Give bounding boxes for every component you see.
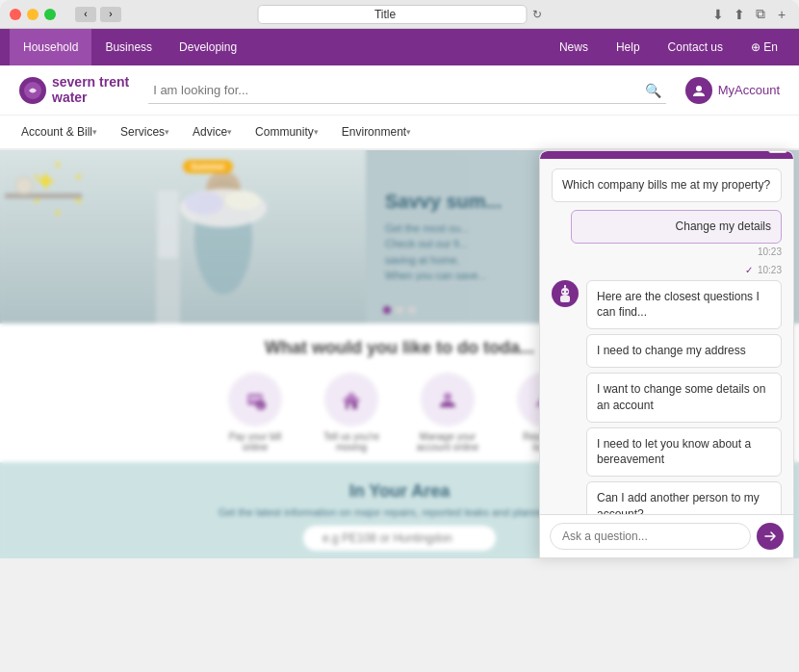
bot-message-row: Here are the closest questions I can fin… [552, 280, 782, 514]
new-tab-icon[interactable]: + [774, 7, 789, 22]
action-pay-bill[interactable]: £ Pay your bill online [221, 373, 289, 452]
sec-nav-environment[interactable]: Environment [330, 115, 423, 149]
suggestion-bereavement[interactable]: I need to let you know about a bereaveme… [586, 427, 782, 478]
chat-widget: ✕ Which company bills me at my property?… [539, 150, 794, 558]
logo-icon [19, 77, 46, 104]
svg-rect-37 [560, 296, 570, 302]
svg-point-5 [185, 192, 223, 215]
suggestion-change-details[interactable]: I want to change some details on an acco… [586, 373, 782, 423]
pay-bill-icon: £ [228, 373, 282, 426]
check-time: ✓ 10:23 [552, 265, 782, 275]
address-bar-container: Title ↻ [258, 5, 542, 24]
tabs-icon[interactable]: ⧉ [753, 7, 768, 22]
carousel-dot[interactable] [396, 306, 403, 314]
search-input[interactable] [148, 77, 666, 104]
search-bar-area: severn trent water 🔍 MyAccount [0, 65, 799, 116]
moving-label: Tell us you're moving [318, 431, 385, 452]
maximize-window-btn[interactable] [44, 9, 56, 20]
pay-bill-label: Pay your bill online [221, 431, 289, 452]
svg-line-16 [35, 197, 39, 203]
action-manage[interactable]: Manage your account online [414, 373, 481, 452]
bot-avatar [552, 280, 579, 307]
svg-rect-24 [249, 398, 261, 400]
share-icon[interactable]: ⬆ [732, 7, 747, 22]
manage-icon [421, 373, 475, 426]
nav-news[interactable]: News [548, 29, 600, 65]
nav-contact-us[interactable]: Contact us [657, 29, 735, 65]
search-icon[interactable]: 🔍 [645, 83, 661, 98]
svg-point-41 [564, 285, 566, 287]
svg-point-39 [566, 291, 568, 293]
account-avatar [685, 77, 712, 104]
svg-text:£: £ [259, 402, 263, 409]
close-window-btn[interactable] [10, 9, 21, 20]
logo-text: severn trent water [52, 75, 129, 105]
svg-rect-8 [158, 191, 178, 258]
svg-point-1 [696, 86, 702, 91]
nav-buttons: ‹ › [75, 7, 121, 22]
bot-msg-content: Here are the closest questions I can fin… [586, 280, 782, 514]
window-controls-right: ⬇ ⬆ ⧉ + [710, 7, 789, 22]
nav-business[interactable]: Business [91, 29, 166, 65]
svg-line-20 [76, 197, 81, 203]
sec-nav-community[interactable]: Community [244, 115, 330, 149]
my-account-label: MyAccount [718, 83, 780, 97]
chat-header: ✕ [540, 151, 793, 159]
site-logo: severn trent water [19, 75, 129, 105]
my-account-button[interactable]: MyAccount [685, 77, 780, 104]
refresh-btn[interactable]: ↻ [532, 8, 542, 21]
window-chrome: ‹ › Title ↻ ⬇ ⬆ ⧉ + [0, 0, 799, 29]
chat-send-button[interactable] [757, 523, 784, 550]
nav-help[interactable]: Help [605, 29, 652, 65]
main-content: ✦ [0, 150, 799, 558]
svg-point-32 [444, 393, 451, 401]
nav-developing[interactable]: Developing [166, 29, 250, 65]
bot-intro-text: Here are the closest questions I can fin… [586, 280, 782, 330]
address-bar[interactable]: Title [258, 5, 528, 24]
chat-input-area [540, 514, 793, 557]
hero-badge: Summer [183, 160, 233, 173]
search-input-wrap: 🔍 [148, 77, 666, 104]
hero-image: ✦ [0, 150, 366, 323]
svg-line-17 [35, 174, 39, 180]
chat-option-which-company: Which company bills me at my property? [552, 168, 782, 202]
svg-point-6 [225, 191, 260, 210]
check-icon: ✓ [745, 265, 753, 275]
iya-search-input[interactable] [303, 526, 496, 551]
svg-line-19 [76, 174, 81, 180]
svg-point-38 [562, 291, 564, 293]
back-btn[interactable]: ‹ [75, 7, 96, 22]
sec-nav-account-bill[interactable]: Account & Bill [10, 115, 109, 149]
chat-messages: Which company bills me at my property? C… [540, 159, 793, 514]
which-company-bubble[interactable]: Which company bills me at my property? [552, 168, 782, 202]
forward-btn[interactable]: › [100, 7, 121, 22]
traffic-lights [10, 9, 56, 20]
carousel-dot[interactable] [408, 306, 416, 314]
action-moving[interactable]: Tell us you're moving [318, 373, 385, 452]
secondary-nav: Account & Bill Services Advice Community… [0, 116, 799, 150]
chat-close-button[interactable]: ✕ [768, 150, 787, 153]
user-message-bubble: Change my details [571, 210, 782, 244]
top-nav: Household Business Developing News Help … [0, 29, 799, 65]
sec-nav-services[interactable]: Services [109, 115, 181, 149]
sec-nav-advice[interactable]: Advice [181, 115, 244, 149]
moving-icon [324, 373, 378, 426]
suggestion-add-person[interactable]: Can I add another person to my account? [586, 481, 782, 514]
manage-label: Manage your account online [414, 431, 481, 452]
minimize-window-btn[interactable] [27, 9, 39, 20]
site-wrapper: Household Business Developing News Help … [0, 29, 799, 672]
chat-user-message-row: Change my details 10:23 [552, 210, 782, 257]
carousel-dot-active[interactable] [383, 306, 391, 314]
top-nav-right: News Help Contact us ⊕ En [548, 29, 789, 65]
svg-rect-30 [348, 403, 352, 409]
chat-input[interactable] [550, 523, 751, 550]
download-icon[interactable]: ⬇ [710, 7, 726, 22]
suggestion-change-address[interactable]: I need to change my address [586, 334, 782, 368]
user-message-time: 10:23 [552, 246, 782, 257]
nav-language[interactable]: ⊕ En [739, 29, 789, 65]
nav-household[interactable]: Household [10, 29, 91, 65]
